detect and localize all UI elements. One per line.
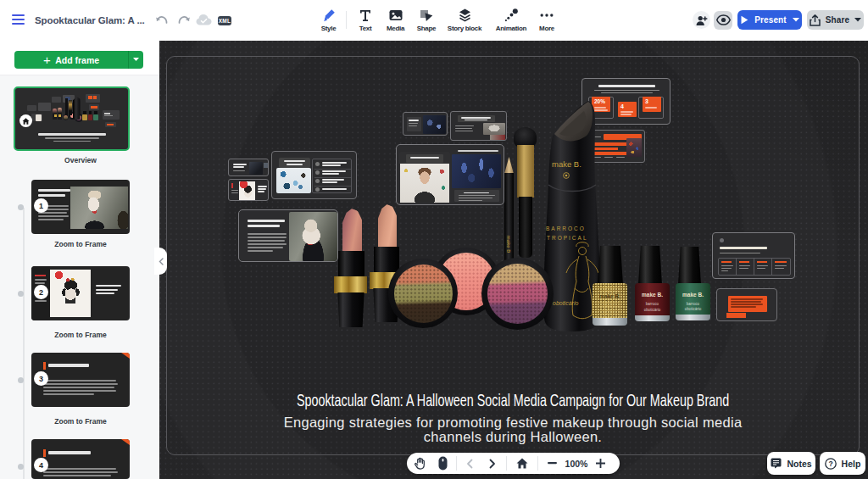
svg-text:oboticário: oboticário	[553, 300, 578, 306]
svg-text:TROPICAL: TROPICAL	[547, 235, 588, 241]
svg-text:BARROCO: BARROCO	[546, 226, 586, 231]
svg-text:make B.: make B.	[552, 159, 581, 169]
svg-text:?: ?	[828, 460, 832, 468]
